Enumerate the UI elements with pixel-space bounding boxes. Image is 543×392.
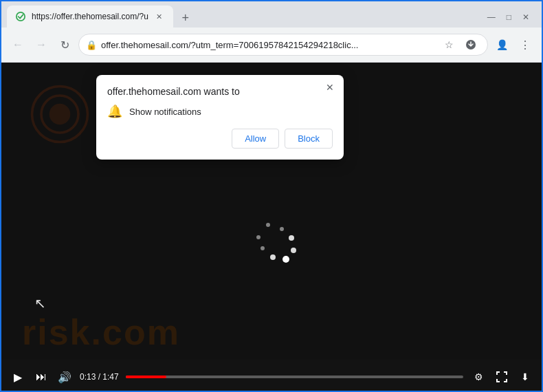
webpage: risk.com ↖ ▶ ⏭ 🔊 0:13 / 1:47 ⚙	[1, 63, 542, 392]
tab-bar: https://offer.thehomesail.com/?u ✕ + — □…	[1, 1, 542, 28]
window-controls: — □ ✕	[483, 11, 536, 28]
time-display: 0:13 / 1:47	[80, 372, 119, 382]
block-button[interactable]: Block	[285, 129, 333, 149]
video-controls-bar: ▶ ⏭ 🔊 0:13 / 1:47 ⚙ ⬇	[1, 360, 542, 392]
allow-button[interactable]: Allow	[232, 129, 279, 149]
permission-text: Show notifications	[129, 107, 201, 117]
dialog-close-button[interactable]: ✕	[323, 80, 337, 94]
play-button[interactable]: ▶	[10, 369, 26, 385]
url-display: offer.thehomesail.com/?utm_term=70061957…	[101, 40, 435, 50]
back-button[interactable]: ←	[8, 35, 27, 54]
notification-permission-dialog: ✕ offer.thehomesail.com wants to 🔔 Show …	[96, 75, 344, 160]
loading-spinner	[251, 221, 292, 263]
address-bar[interactable]: 🔒 offer.thehomesail.com/?utm_term=700619…	[78, 34, 488, 56]
download-button[interactable]: ⬇	[517, 369, 533, 385]
progress-fill	[126, 375, 166, 378]
watermark-text: risk.com	[1, 312, 542, 353]
download-status-icon[interactable]	[461, 35, 480, 54]
new-tab-button[interactable]: +	[176, 8, 195, 28]
fullscreen-button[interactable]	[494, 369, 510, 385]
svg-point-4	[51, 105, 69, 124]
browser-menu-button[interactable]: ⋮	[516, 35, 535, 54]
browser-chrome: https://offer.thehomesail.com/?u ✕ + — □…	[1, 1, 542, 63]
close-window-button[interactable]: ✕	[518, 11, 533, 23]
profile-button[interactable]: 👤	[492, 35, 511, 54]
active-tab[interactable]: https://offer.thehomesail.com/?u ✕	[7, 6, 173, 28]
dialog-buttons: Allow Block	[107, 129, 333, 149]
omnibox-actions: ☆	[439, 35, 480, 54]
dialog-permission-row: 🔔 Show notifications	[107, 104, 333, 119]
bell-icon: 🔔	[107, 104, 122, 119]
bookmark-button[interactable]: ☆	[439, 35, 458, 54]
omnibox-bar: ← → ↻ 🔒 offer.thehomesail.com/?utm_term=…	[1, 28, 542, 62]
volume-button[interactable]: 🔊	[56, 369, 73, 385]
forward-button[interactable]: →	[32, 35, 51, 54]
maximize-button[interactable]: □	[502, 11, 516, 23]
reload-button[interactable]: ↻	[55, 35, 74, 54]
lock-icon: 🔒	[86, 40, 97, 50]
skip-next-button[interactable]: ⏭	[33, 369, 49, 385]
tab-title: https://offer.thehomesail.com/?u	[32, 12, 148, 21]
progress-bar[interactable]	[126, 375, 463, 378]
dialog-title: offer.thehomesail.com wants to	[107, 86, 333, 97]
target-watermark-icon	[29, 83, 91, 145]
mouse-cursor: ↖	[34, 295, 46, 312]
minimize-button[interactable]: —	[483, 11, 500, 23]
settings-button[interactable]: ⚙	[470, 369, 487, 385]
tab-favicon	[15, 11, 26, 22]
tab-close-button[interactable]: ✕	[154, 11, 165, 22]
